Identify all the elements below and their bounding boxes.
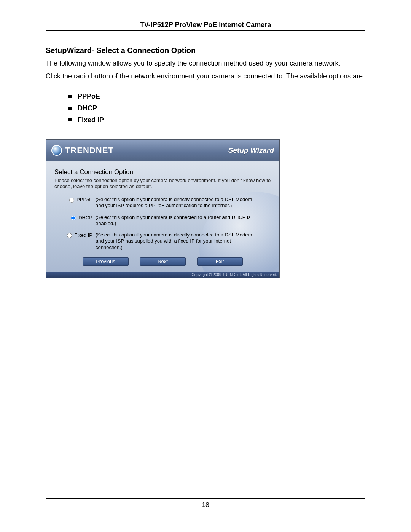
fixedip-description: (Select this option if your camera is di…: [96, 232, 271, 251]
fixedip-label: Fixed IP: [74, 232, 92, 238]
wizard-instruction: Please select the connection option by y…: [54, 177, 271, 190]
page-number: 18: [46, 498, 365, 509]
next-button[interactable]: Next: [140, 257, 186, 266]
options-list: PPPoE DHCP Fixed IP: [46, 93, 365, 124]
exit-button[interactable]: Exit: [197, 257, 243, 266]
wizard-title: Setup Wizard: [228, 146, 274, 155]
wizard-copyright: Copyright © 2009 TRENDnet. All Rights Re…: [46, 272, 279, 278]
brand: TRENDnet: [51, 145, 114, 156]
option-row-fixedip: Fixed IP (Select this option if your cam…: [54, 232, 271, 251]
globe-icon: [51, 145, 62, 156]
dhcp-label: DHCP: [78, 215, 92, 220]
section-paragraph-2: Click the radio button of the network en…: [46, 72, 365, 81]
dhcp-radio[interactable]: [71, 216, 76, 220]
option-pppoe: PPPoE: [68, 93, 365, 101]
wizard-header: TRENDnet Setup Wizard: [46, 140, 279, 161]
option-fixedip: Fixed IP: [68, 116, 365, 124]
setup-wizard-window: TRENDnet Setup Wizard Select a Connectio…: [46, 139, 280, 278]
dhcp-description: (Select this option if your camera is co…: [96, 214, 271, 227]
pppoe-description: (Select this option if your camera is di…: [96, 197, 271, 209]
wizard-subtitle: Select a Connection Option: [54, 168, 271, 176]
pppoe-radio[interactable]: [69, 198, 74, 203]
brand-name: TRENDnet: [65, 145, 114, 155]
section-title: SetupWizard- Select a Connection Option: [46, 46, 365, 55]
previous-button[interactable]: Previous: [83, 257, 129, 266]
option-dhcp: DHCP: [68, 104, 365, 112]
option-row-pppoe: PPPoE (Select this option if your camera…: [54, 197, 271, 209]
wizard-body: Select a Connection Option Please select…: [46, 161, 279, 272]
fixedip-radio[interactable]: [67, 233, 72, 238]
page-header: TV-IP512P ProView PoE Internet Camera: [46, 21, 365, 31]
option-row-dhcp: DHCP (Select this option if your camera …: [54, 214, 271, 227]
section-paragraph-1: The following window allows you to speci…: [46, 59, 365, 68]
wizard-button-bar: Previous Next Exit: [54, 257, 271, 266]
pppoe-label: PPPoE: [76, 197, 92, 203]
